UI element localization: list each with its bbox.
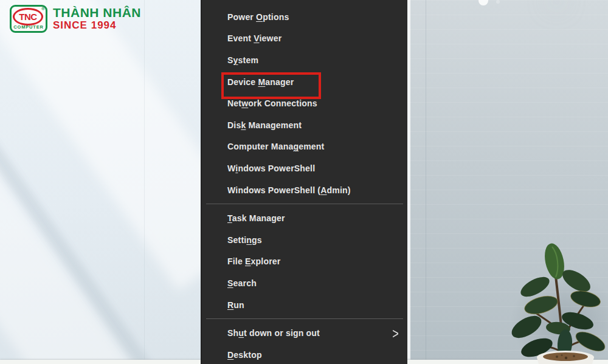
registered-trademark-icon: ® [41, 7, 45, 12]
label-accelerator: V [254, 33, 259, 43]
label-text: gs [252, 235, 262, 245]
label-accelerator: T [227, 213, 232, 223]
menu-item-label: Power Options [227, 12, 289, 22]
chevron-right-icon: > [392, 326, 399, 340]
menu-item-label: Disk Management [227, 120, 302, 130]
brand-name: THÀNH NHÂN [53, 5, 141, 19]
screenshot-root: Power Options Event Viewer System Device… [0, 0, 608, 364]
label-text: un [233, 300, 244, 310]
label-accelerator: R [227, 300, 233, 310]
logo-abbreviation: TNC [19, 12, 36, 22]
label-text: ndows PowerShell [238, 163, 315, 173]
wall-edge-highlight [407, 0, 410, 364]
plant-leaves [508, 242, 608, 360]
label-text: Event [227, 33, 254, 43]
menu-item-label: File Explorer [227, 256, 280, 266]
label-text: stem [238, 55, 258, 65]
label-text: ask Manager [232, 213, 285, 223]
menu-item-label: Task Manager [227, 213, 285, 223]
desktop-background-left [0, 0, 201, 364]
label-text: dmin) [327, 185, 351, 195]
label-text: S [227, 55, 233, 65]
label-accelerator: S [227, 278, 233, 288]
logo-text-block: THÀNH NHÂN SINCE 1994 [53, 5, 141, 32]
label-text: ement [299, 142, 324, 151]
menu-item-windows-powershell[interactable]: Windows PowerShell [202, 157, 407, 179]
menu-item-desktop[interactable]: Desktop [202, 344, 407, 364]
menu-item-search[interactable]: Search [202, 272, 407, 294]
label-text: earch [233, 278, 257, 288]
label-text: anager [265, 77, 294, 87]
label-text: File [227, 256, 245, 266]
label-text: ork Connections [248, 98, 317, 108]
label-accelerator: E [245, 256, 251, 266]
label-text: t down or sign out [244, 328, 320, 338]
brand-logo: TNC ® COMPUTER THÀNH NHÂN SINCE 1994 [10, 5, 141, 33]
label-accelerator: u [238, 328, 244, 338]
label-text: Windows PowerShell ( [227, 185, 320, 195]
wall-seam [144, 0, 145, 360]
label-text: Power [227, 12, 256, 22]
label-text: iewer [260, 33, 282, 43]
plant-pot [537, 351, 594, 364]
label-text: W [227, 163, 235, 173]
menu-item-settings[interactable]: Settings [202, 229, 407, 251]
brand-tagline: SINCE 1994 [53, 19, 141, 32]
menu-item-label: Settings [227, 235, 262, 245]
label-text: Sh [227, 328, 238, 338]
label-text: Dis [227, 120, 241, 130]
menu-item-file-explorer[interactable]: File Explorer [202, 251, 407, 273]
label-accelerator: y [233, 55, 238, 65]
menu-item-event-viewer[interactable]: Event Viewer [202, 28, 407, 50]
menu-item-system[interactable]: System [202, 49, 407, 71]
logo-badge: TNC ® COMPUTER [10, 5, 47, 33]
label-text: xplorer [251, 256, 281, 266]
menu-separator [202, 201, 407, 207]
menu-item-shut-down-or-sign-out[interactable]: Shut down or sign out > [202, 322, 407, 344]
menu-item-disk-management[interactable]: Disk Management [202, 114, 407, 136]
label-text: Computer Mana [227, 142, 293, 151]
menu-item-computer-management[interactable]: Computer Management [202, 136, 407, 158]
menu-item-label: Computer Management [227, 142, 324, 151]
menu-item-label: Network Connections [227, 98, 317, 108]
label-accelerator: O [256, 12, 263, 22]
label-accelerator: A [320, 185, 326, 195]
label-text: Setti [227, 235, 246, 245]
winx-context-menu: Power Options Event Viewer System Device… [201, 0, 407, 364]
wall-seam [426, 0, 426, 360]
menu-item-label: Windows PowerShell [227, 163, 315, 173]
menu-item-network-connections[interactable]: Network Connections [202, 92, 407, 114]
menu-item-run[interactable]: Run [202, 294, 407, 316]
label-accelerator: g [293, 142, 299, 151]
menu-item-power-options[interactable]: Power Options [202, 6, 407, 28]
menu-item-task-manager[interactable]: Task Manager [202, 207, 407, 229]
menu-item-label: Search [227, 278, 257, 288]
menu-item-label: System [227, 55, 258, 65]
label-accelerator: n [246, 235, 252, 245]
label-accelerator: w [241, 98, 248, 108]
label-accelerator: D [227, 350, 233, 360]
label-text: Management [246, 120, 302, 130]
logo-oval: TNC [13, 8, 43, 26]
logo-division-label: COMPUTER [12, 24, 46, 30]
label-accelerator: M [258, 77, 265, 87]
potted-plant [503, 242, 608, 364]
label-text: Device [227, 77, 258, 87]
menu-item-label: Windows PowerShell (Admin) [227, 185, 351, 195]
label-text: Net [227, 98, 241, 108]
label-text: ptions [263, 12, 289, 22]
menu-separator [202, 315, 407, 322]
menu-item-label: Event Viewer [227, 33, 282, 43]
menu-item-windows-powershell-admin[interactable]: Windows PowerShell (Admin) [202, 179, 407, 201]
label-text: esktop [233, 350, 261, 360]
menu-item-device-manager[interactable]: Device Manager [202, 71, 407, 93]
menu-item-label: Shut down or sign out [227, 328, 320, 338]
menu-item-label: Device Manager [227, 77, 294, 87]
menu-item-label: Run [227, 300, 244, 310]
menu-item-label: Desktop [227, 350, 262, 360]
